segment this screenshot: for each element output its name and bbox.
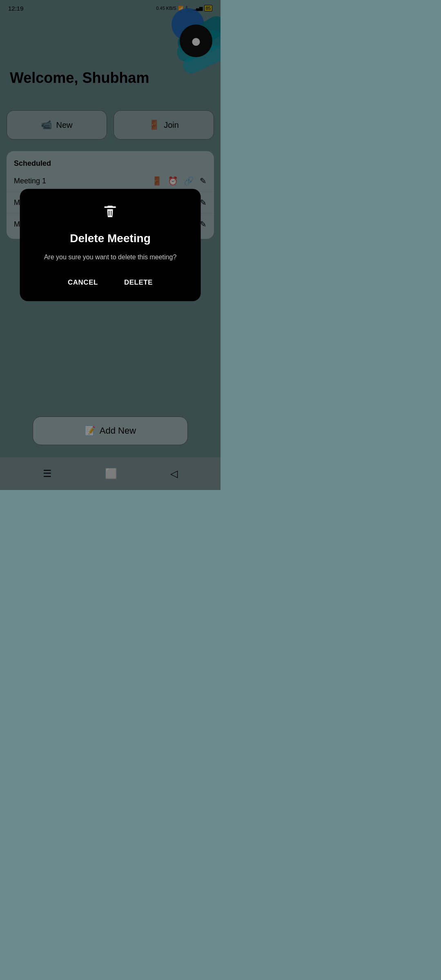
dialog-actions: CANCEL DELETE [31, 275, 189, 290]
cancel-button[interactable]: CANCEL [63, 275, 103, 290]
delete-meeting-dialog: Delete Meeting Are you sure you want to … [20, 189, 201, 301]
dialog-title: Delete Meeting [70, 232, 151, 245]
dialog-message: Are you sure you want to delete this mee… [44, 252, 177, 262]
trash-icon [102, 204, 119, 225]
delete-button[interactable]: DELETE [119, 275, 158, 290]
